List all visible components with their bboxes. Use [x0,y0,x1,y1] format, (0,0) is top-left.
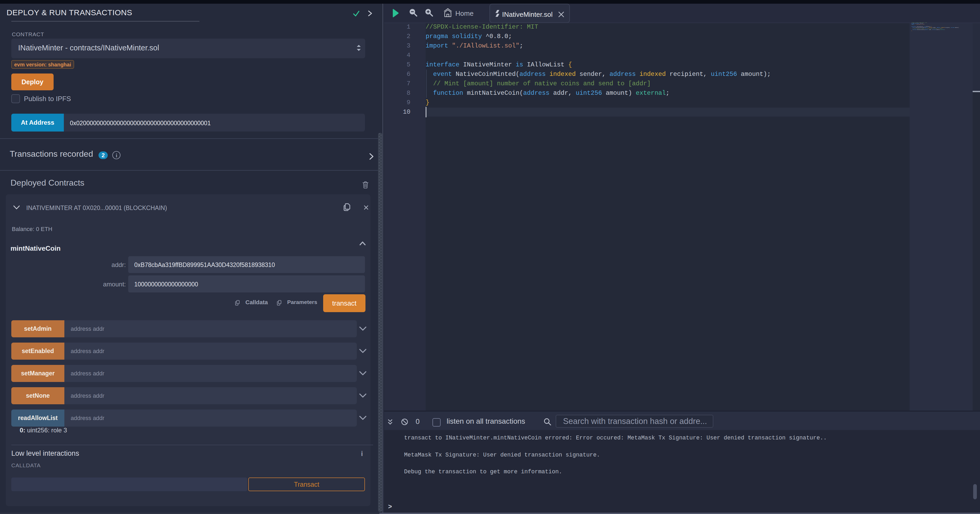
svg-text:i: i [116,152,118,159]
